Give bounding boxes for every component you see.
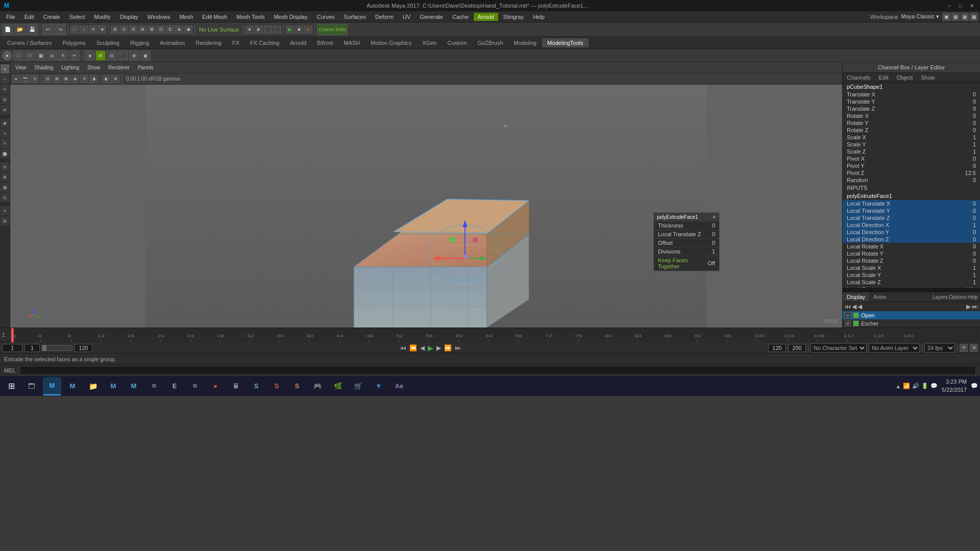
popup-close[interactable]: ✕ (712, 214, 716, 220)
tab-object[interactable]: Object (892, 73, 917, 82)
layer-nav-prev[interactable]: ◀ (852, 303, 856, 310)
layer-tab-display[interactable]: Display (843, 292, 869, 302)
unknown1-taskbar[interactable]: ⚙ (145, 377, 163, 395)
tab-xgen[interactable]: XGen (417, 38, 442, 47)
tab-bifrost[interactable]: Bifrost (312, 38, 338, 47)
steam-taskbar-1[interactable]: S (247, 377, 265, 395)
dropbox-taskbar[interactable]: ▼ (370, 377, 388, 395)
layer-expand-btn[interactable]: Layers (933, 294, 948, 300)
tb-icon-bevel[interactable]: ⬗ (84, 51, 94, 61)
vt-renderer[interactable]: Renderer (105, 64, 133, 71)
tb-icon-circularize[interactable]: ◉ (140, 51, 151, 61)
channel-scale-x[interactable]: Scale X1 (843, 134, 980, 141)
channel-local-rotate-z[interactable]: Local Rotate Z0 (843, 257, 980, 264)
layout-btn-2[interactable]: ▦ (951, 13, 960, 21)
menu-cache[interactable]: Cache (448, 13, 473, 21)
channel-local-direction-z[interactable]: Local Direction Z0 (843, 236, 980, 243)
tool-universal[interactable]: ⊕ (1, 105, 10, 114)
tool-show-manip[interactable]: ⊟ (1, 162, 10, 171)
menu-uv[interactable]: UV (399, 13, 414, 21)
layer-open[interactable]: V Open (843, 311, 980, 319)
tb-transform1[interactable]: ↔ (70, 26, 79, 34)
frame-range-start-handle[interactable] (42, 345, 46, 351)
tb-icon-cylinder[interactable]: ⬭ (24, 51, 35, 61)
tb-icon-extrude[interactable]: ⊞ (95, 51, 106, 61)
menu-file[interactable]: File (2, 13, 19, 21)
tb-render4[interactable]: ⬛ (273, 26, 281, 34)
tb-snap1[interactable]: ⊞ (111, 26, 119, 34)
tb-icon-target-weld[interactable]: ⊕ (129, 51, 139, 61)
play-last[interactable]: ⏭ (454, 344, 462, 352)
channel-translate-x[interactable]: Translate X0 (843, 91, 980, 98)
menu-display[interactable]: Display (116, 13, 142, 21)
frame-range-bar[interactable] (42, 345, 72, 351)
tab-motiongraphics[interactable]: Motion Graphics (365, 38, 416, 47)
tb-icon-multicut[interactable]: ✂ (69, 51, 80, 61)
maximize-button[interactable]: □ (957, 2, 965, 10)
vt-panels[interactable]: Panels (135, 64, 157, 71)
chrome-taskbar[interactable]: ● (206, 377, 225, 395)
menu-edit-mesh[interactable]: Edit Mesh (198, 13, 231, 21)
play-fwd-step[interactable]: ⏩ (443, 344, 453, 352)
channel-local-translate-x[interactable]: Local Translate X0 (843, 200, 980, 207)
tray-battery[interactable]: 🔋 (921, 383, 928, 389)
channel-scale-z[interactable]: Scale Z1 (843, 148, 980, 155)
menu-help[interactable]: Help (529, 13, 549, 21)
tb-icon-bridge[interactable]: ⊟ (107, 51, 117, 61)
tb-save[interactable]: 💾 (27, 24, 38, 35)
tb-anim-play[interactable]: ▶ (286, 26, 294, 34)
layout-btn-3[interactable]: ▦ (961, 13, 969, 21)
menu-modify[interactable]: Modify (90, 13, 114, 21)
tb-icon-fill[interactable]: ⬛ (118, 51, 128, 61)
autokey-btn[interactable]: ⟳ (960, 344, 968, 352)
tab-custom[interactable]: Custom (443, 38, 472, 47)
channel-local-translate-y[interactable]: Local Translate Y0 (843, 207, 980, 214)
tray-expand[interactable]: ▲ (895, 383, 901, 389)
tab-curves-surfaces[interactable]: Curves / Surfaces (2, 38, 57, 47)
vit-select[interactable]: ▸ (12, 75, 20, 83)
character-set-select[interactable]: No Character Set (811, 343, 867, 353)
layer-options-btn[interactable]: Options (949, 294, 966, 300)
channel-local-direction-y[interactable]: Local Direction Y0 (843, 229, 980, 236)
play-first[interactable]: ⏮ (399, 344, 407, 352)
vit-texture[interactable]: ⊠ (62, 75, 70, 83)
tb-icon-cube[interactable]: □ (13, 51, 23, 61)
menu-select[interactable]: Select (65, 13, 89, 21)
tool-hist[interactable]: ≡ (1, 206, 10, 215)
vit-solid[interactable]: ⊞ (53, 75, 61, 83)
play-back-step[interactable]: ⏪ (408, 344, 418, 352)
tab-rigging[interactable]: Rigging (125, 38, 154, 47)
channel-rotate-y[interactable]: Rotate Y0 (843, 119, 980, 127)
tab-fx[interactable]: FX (227, 38, 244, 47)
vit-wireframe[interactable]: ⊟ (43, 75, 52, 83)
end-frame-input[interactable] (75, 344, 92, 352)
channel-local-translate-z[interactable]: Local Translate Z0 (843, 214, 980, 221)
tab-mash[interactable]: MASH (338, 38, 365, 47)
calc-taskbar[interactable]: 🖩 (227, 377, 245, 395)
tb-transform2[interactable]: ↕ (80, 26, 88, 34)
app3-taskbar[interactable]: 🌿 (329, 377, 347, 395)
unreal-taskbar[interactable]: 🎮 (308, 377, 327, 395)
channel-local-scale-z[interactable]: Local Scale Z1 (843, 279, 980, 286)
vit-isolate[interactable]: ⊕ (111, 75, 119, 83)
task-view-button[interactable]: 🗔 (22, 377, 41, 395)
fps-select[interactable]: 24 fps (924, 343, 955, 353)
vt-shading[interactable]: Shading (32, 64, 57, 71)
vit-shadow[interactable]: ◑ (89, 75, 97, 83)
aftereffects-taskbar[interactable]: Ae (390, 377, 408, 395)
menu-curves[interactable]: Curves (313, 13, 339, 21)
action-center-btn[interactable]: 💬 (971, 383, 978, 389)
menu-mesh-tools[interactable]: Mesh Tools (232, 13, 268, 21)
tool-channel[interactable]: ▦ (1, 183, 10, 192)
tb-anim-stop[interactable]: ■ (295, 26, 303, 34)
close-button[interactable]: ✕ (968, 2, 976, 10)
mel-input[interactable] (20, 366, 976, 375)
tb-icon-pipe[interactable]: ◎ (47, 51, 57, 61)
channel-translate-y[interactable]: Translate Y0 (843, 98, 980, 105)
tb-icon-sphere[interactable]: ● (2, 51, 12, 61)
vt-view[interactable]: View (12, 64, 30, 71)
layer-nav-last[interactable]: ⏭ (972, 303, 978, 310)
layer-help-btn[interactable]: Help (967, 294, 978, 300)
menu-mesh-display[interactable]: Mesh Display (270, 13, 312, 21)
tool-move[interactable]: + (1, 74, 10, 84)
